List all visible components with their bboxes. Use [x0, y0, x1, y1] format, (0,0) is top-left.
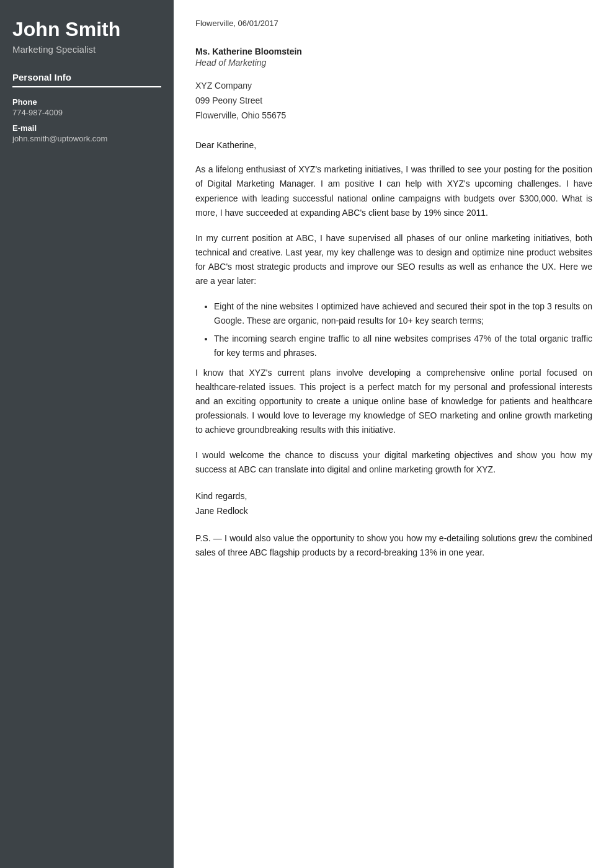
bullet-item-1: Eight of the nine websites I optimized h… [214, 299, 592, 328]
sidebar: John Smith Marketing Specialist Personal… [0, 0, 174, 868]
phone-value: 774-987-4009 [12, 108, 161, 117]
paragraph-3: I know that XYZ's current plans involve … [195, 366, 592, 437]
page-wrapper: John Smith Marketing Specialist Personal… [0, 0, 614, 868]
recipient-name: Ms. Katherine Bloomstein [195, 46, 592, 56]
greeting: Dear Katherine, [195, 140, 592, 150]
closing-line2: Jane Redlock [195, 506, 248, 516]
company-line3: Flowerville, Ohio 55675 [195, 110, 286, 120]
phone-label: Phone [12, 97, 161, 107]
applicant-title: Marketing Specialist [12, 44, 161, 55]
ps-line: P.S. — I would also value the opportunit… [195, 531, 592, 560]
email-value: john.smith@uptowork.com [12, 134, 161, 143]
company-line1: XYZ Company [195, 81, 252, 91]
paragraph-1: As a lifelong enthusiast of XYZ's market… [195, 162, 592, 219]
paragraph-4: I would welcome the chance to discuss yo… [195, 448, 592, 477]
date-line: Flowerville, 06/01/2017 [195, 19, 592, 28]
email-label: E-mail [12, 123, 161, 133]
closing: Kind regards, Jane Redlock [195, 489, 592, 519]
company-line2: 099 Peony Street [195, 95, 262, 105]
main-content: Flowerville, 06/01/2017 Ms. Katherine Bl… [174, 0, 614, 868]
bullet-list: Eight of the nine websites I optimized h… [214, 299, 592, 360]
recipient-company: XYZ Company 099 Peony Street Flowerville… [195, 79, 592, 123]
recipient-role: Head of Marketing [195, 58, 592, 68]
closing-line1: Kind regards, [195, 491, 247, 501]
applicant-name: John Smith [12, 19, 161, 40]
bullet-item-2: The incoming search engine traffic to al… [214, 332, 592, 360]
paragraph-2: In my current position at ABC, I have su… [195, 231, 592, 288]
personal-info-heading: Personal Info [12, 72, 161, 87]
